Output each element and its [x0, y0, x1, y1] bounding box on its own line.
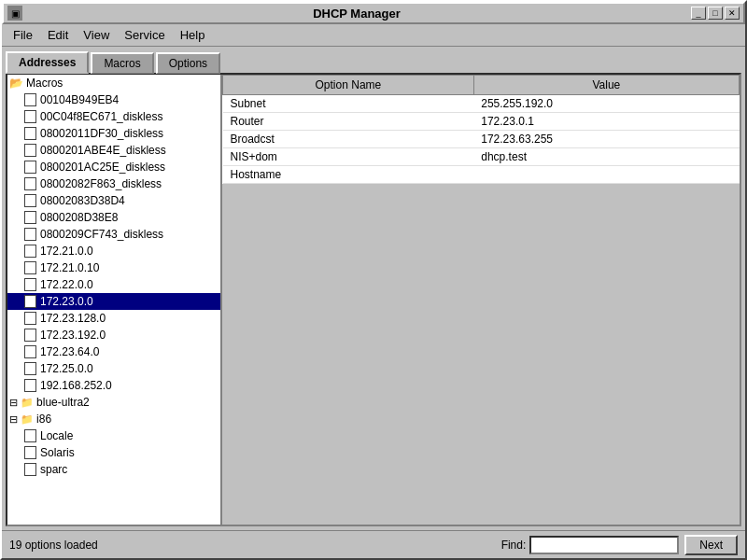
- tree-item[interactable]: 08002011DF30_diskless: [7, 125, 220, 142]
- tree-item-label: 0800208D38E8: [40, 211, 118, 224]
- tree-item[interactable]: 0800201AC25E_diskless: [7, 159, 220, 175]
- tree-item[interactable]: 00C04f8EC671_diskless: [7, 108, 220, 125]
- tree-item-label: 192.168.252.0: [40, 379, 112, 392]
- tree-item[interactable]: ⊟ 📁i86: [7, 411, 220, 427]
- close-button[interactable]: ✕: [725, 7, 740, 20]
- page-icon: [24, 379, 36, 392]
- window-controls: _ □ ✕: [691, 7, 740, 20]
- menu-help[interactable]: Help: [173, 26, 213, 44]
- menu-file[interactable]: File: [6, 26, 40, 44]
- app-icon: ▣: [7, 6, 22, 21]
- tree-item-label: 00104B949EB4: [40, 93, 119, 106]
- tree-item-label: 0800209CF743_diskless: [40, 228, 163, 241]
- maximize-button[interactable]: □: [708, 7, 723, 20]
- tree-item-label: 08002083D38D4: [40, 194, 125, 207]
- tree-item[interactable]: 08002083D38D4: [7, 192, 220, 209]
- tree-item-label: 172.23.192.0: [40, 329, 106, 342]
- tree-item-label: 172.23.0.0: [40, 295, 93, 308]
- tree-item[interactable]: 172.21.0.0: [7, 243, 220, 259]
- status-bar: 19 options loaded Find: Next: [2, 530, 745, 558]
- page-icon: [24, 295, 36, 308]
- tree-item[interactable]: 172.23.0.0: [7, 293, 220, 310]
- tree-item[interactable]: Locale: [7, 427, 220, 444]
- page-icon: [24, 228, 36, 241]
- tree-item-label: 00C04f8EC671_diskless: [40, 110, 162, 123]
- tree-item-label: Solaris: [40, 446, 75, 459]
- page-icon: [24, 429, 36, 442]
- menu-edit[interactable]: Edit: [40, 26, 76, 44]
- tree-item[interactable]: 192.168.252.0: [7, 377, 220, 394]
- table-row[interactable]: NIS+domdhcp.test: [223, 148, 740, 166]
- page-icon: [24, 329, 36, 342]
- option-name-cell: NIS+dom: [223, 148, 474, 166]
- tree-item-label: 0800201AC25E_diskless: [40, 161, 165, 174]
- tree-item-label: i86: [36, 413, 51, 426]
- tab-bar: Addresses Macros Options: [2, 47, 745, 73]
- tree-item-label: Locale: [40, 429, 73, 442]
- col-value: Value: [473, 76, 739, 95]
- tree-item[interactable]: ⊟ 📁blue-ultra2: [7, 394, 220, 411]
- page-icon: [24, 278, 36, 291]
- tree-item[interactable]: 172.25.0.0: [7, 360, 220, 377]
- tree-item-label: 172.23.64.0: [40, 345, 99, 358]
- page-icon: [24, 93, 36, 106]
- status-text: 19 options loaded: [9, 539, 501, 552]
- tree-item[interactable]: 00104B949EB4: [7, 91, 220, 108]
- tab-addresses[interactable]: Addresses: [6, 51, 89, 74]
- table-row[interactable]: Hostname: [223, 166, 740, 184]
- option-value-cell: 255.255.192.0: [473, 95, 739, 113]
- tree-item[interactable]: sparc: [7, 461, 220, 478]
- option-value-cell: [473, 166, 739, 184]
- tree-item-label: 0800201ABE4E_diskless: [40, 144, 166, 157]
- find-input[interactable]: [529, 536, 679, 554]
- tree-item-label: 172.22.0.0: [40, 278, 93, 291]
- tree-item[interactable]: 172.23.192.0: [7, 327, 220, 343]
- tree-item-label: 08002082F863_diskless: [40, 177, 162, 190]
- tree-item-label: 172.21.0.0: [40, 245, 93, 258]
- col-option-name: Option Name: [223, 76, 474, 95]
- table-row[interactable]: Broadcst172.23.63.255: [223, 131, 740, 148]
- page-icon: [24, 362, 36, 375]
- tree-item-label: 172.21.0.10: [40, 261, 99, 274]
- minimize-button[interactable]: _: [691, 7, 706, 20]
- tree-items-container: 00104B949EB400C04f8EC671_diskless0800201…: [7, 91, 220, 478]
- option-value-cell: 172.23.0.1: [473, 113, 739, 131]
- find-label: Find:: [501, 539, 527, 552]
- menu-bar: File Edit View Service Help: [2, 24, 745, 47]
- option-name-cell: Subnet: [223, 95, 474, 113]
- tree-item[interactable]: 0800209CF743_diskless: [7, 226, 220, 243]
- tree-item[interactable]: Solaris: [7, 444, 220, 461]
- page-icon: [24, 245, 36, 258]
- tree-item[interactable]: 172.23.128.0: [7, 310, 220, 327]
- tree-item[interactable]: 172.22.0.0: [7, 276, 220, 293]
- option-name-cell: Hostname: [223, 166, 474, 184]
- tree-panel: 📂 Macros 00104B949EB400C04f8EC671_diskle…: [7, 75, 222, 525]
- tree-item-label: blue-ultra2: [36, 396, 90, 409]
- tree-scrollable[interactable]: 📂 Macros 00104B949EB400C04f8EC671_diskle…: [7, 75, 220, 525]
- page-icon: [24, 194, 36, 207]
- menu-view[interactable]: View: [76, 26, 117, 44]
- folder-icon: ⊟ 📁: [9, 397, 34, 409]
- app-title: DHCP Manager: [22, 7, 691, 21]
- tree-item[interactable]: 0800201ABE4E_diskless: [7, 142, 220, 159]
- tree-item[interactable]: 172.21.0.10: [7, 259, 220, 276]
- option-value-cell: dhcp.test: [473, 148, 739, 166]
- tree-item[interactable]: 0800208D38E8: [7, 209, 220, 226]
- folder-open-icon: 📂: [9, 77, 23, 90]
- table-row[interactable]: Subnet255.255.192.0: [223, 95, 740, 113]
- tab-options[interactable]: Options: [156, 52, 220, 74]
- tree-item[interactable]: 08002082F863_diskless: [7, 175, 220, 192]
- tab-macros[interactable]: Macros: [91, 52, 153, 74]
- page-icon: [24, 312, 36, 325]
- tree-root[interactable]: 📂 Macros: [7, 75, 220, 91]
- title-bar: ▣ DHCP Manager _ □ ✕: [2, 2, 745, 24]
- page-icon: [24, 463, 36, 476]
- tree-item[interactable]: 172.23.64.0: [7, 343, 220, 360]
- table-body: Subnet255.255.192.0Router172.23.0.1Broad…: [223, 95, 740, 184]
- page-icon: [24, 127, 36, 140]
- menu-service[interactable]: Service: [117, 26, 172, 44]
- next-button[interactable]: Next: [684, 535, 738, 555]
- table-row[interactable]: Router172.23.0.1: [223, 113, 740, 131]
- page-icon: [24, 161, 36, 174]
- tree-item-label: sparc: [40, 463, 67, 476]
